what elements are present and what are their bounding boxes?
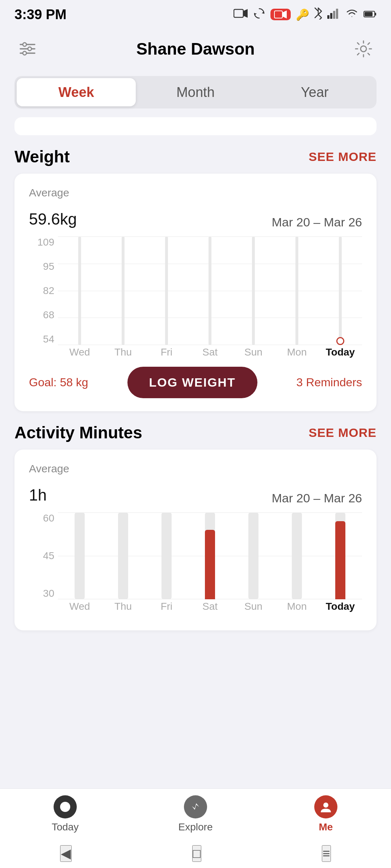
y-label-3: 68 bbox=[43, 309, 54, 321]
page-title: Shane Dawson bbox=[136, 39, 255, 59]
activity-y-axis: 60 45 30 bbox=[29, 512, 58, 599]
bar-track-thu bbox=[122, 237, 125, 345]
status-icons: 🔑 bbox=[234, 7, 377, 22]
activity-chart: 60 45 30 bbox=[29, 512, 362, 614]
x-label-sun: Sun bbox=[232, 346, 275, 358]
bar-col-fri bbox=[145, 237, 188, 345]
activity-avg-row: Average 1h Mar 20 – Mar 26 bbox=[29, 463, 362, 505]
svg-rect-7 bbox=[330, 13, 332, 19]
bar-track-sun bbox=[252, 237, 255, 345]
nav-explore-label: Explore bbox=[178, 821, 213, 833]
filter-icon bbox=[18, 39, 37, 58]
bluetooth-icon bbox=[314, 7, 322, 22]
act-track-wed bbox=[75, 512, 85, 599]
activity-x-labels: Wed Thu Fri Sat Sun Mon Today bbox=[58, 599, 362, 614]
activity-see-more[interactable]: SEE MORE bbox=[309, 426, 377, 440]
filter-button[interactable] bbox=[14, 36, 41, 62]
svg-rect-4 bbox=[274, 11, 282, 18]
act-y-label-1: 45 bbox=[43, 550, 54, 562]
act-fill-sat bbox=[205, 530, 215, 599]
activity-avg-block: Average 1h bbox=[29, 463, 69, 505]
key-icon: 🔑 bbox=[296, 8, 309, 21]
weight-see-more[interactable]: SEE MORE bbox=[309, 150, 377, 164]
weight-date-range: Mar 20 – Mar 26 bbox=[272, 215, 362, 229]
weight-avg-unit: kg bbox=[60, 210, 77, 228]
weight-chart-bars bbox=[58, 237, 362, 345]
x-label-mon: Mon bbox=[275, 346, 319, 358]
activity-avg-label: Average bbox=[29, 463, 69, 475]
svg-rect-6 bbox=[327, 15, 329, 19]
bar-col-wed bbox=[58, 237, 101, 345]
svg-point-17 bbox=[28, 47, 31, 51]
act-bar-fri bbox=[145, 512, 188, 599]
act-x-wed: Wed bbox=[58, 601, 101, 612]
log-weight-button[interactable]: LOG WEIGHT bbox=[127, 367, 257, 398]
nav-explore[interactable]: Explore bbox=[159, 795, 232, 833]
nav-me[interactable]: Me bbox=[290, 795, 362, 833]
weight-section-header: Weight SEE MORE bbox=[14, 147, 377, 166]
tab-month[interactable]: Month bbox=[136, 78, 255, 106]
wifi-icon bbox=[345, 8, 358, 21]
weight-dot-today bbox=[336, 337, 344, 345]
status-bar: 3:39 PM 🔑 bbox=[0, 0, 391, 29]
x-label-today: Today bbox=[319, 346, 362, 358]
bar-track-sat bbox=[209, 237, 211, 345]
svg-point-19 bbox=[361, 46, 366, 52]
tab-week[interactable]: Week bbox=[17, 78, 136, 106]
x-label-fri: Fri bbox=[145, 346, 188, 358]
weight-goal: Goal: 58 kg bbox=[29, 376, 88, 389]
act-bar-thu bbox=[101, 512, 145, 599]
home-button[interactable]: □ bbox=[192, 845, 202, 862]
act-track-sun bbox=[248, 512, 258, 599]
x-label-sat: Sat bbox=[188, 346, 232, 358]
back-button[interactable]: ◀ bbox=[60, 845, 72, 862]
act-bar-today bbox=[319, 512, 362, 599]
x-label-wed: Wed bbox=[58, 346, 101, 358]
svg-point-18 bbox=[23, 51, 26, 55]
video-icon bbox=[234, 8, 248, 21]
svg-rect-0 bbox=[234, 9, 243, 17]
status-time: 3:39 PM bbox=[14, 7, 67, 22]
svg-marker-21 bbox=[192, 803, 199, 810]
me-icon bbox=[314, 795, 337, 818]
system-nav: ◀ □ ≡ bbox=[0, 839, 391, 868]
weight-reminders[interactable]: 3 Reminders bbox=[297, 376, 362, 389]
weight-chart: 109 95 82 68 54 bbox=[29, 237, 362, 359]
bar-track-today bbox=[339, 237, 342, 345]
act-y-label-2: 30 bbox=[43, 588, 54, 599]
y-label-2: 82 bbox=[43, 285, 54, 297]
weight-avg-number: 59.6 bbox=[29, 210, 60, 228]
activity-card: Average 1h Mar 20 – Mar 26 60 45 30 bbox=[14, 450, 377, 630]
act-x-mon: Mon bbox=[275, 601, 319, 612]
act-bar-wed bbox=[58, 512, 101, 599]
bottom-nav: Today Explore Me bbox=[0, 788, 391, 839]
menu-button[interactable]: ≡ bbox=[322, 845, 331, 862]
nav-today-label: Today bbox=[52, 821, 79, 833]
bar-col-sat bbox=[188, 237, 232, 345]
weight-avg-row: Average 59.6kg Mar 20 – Mar 26 bbox=[29, 187, 362, 229]
act-track-sat bbox=[205, 512, 215, 599]
act-bar-mon bbox=[275, 512, 319, 599]
tab-year[interactable]: Year bbox=[255, 78, 374, 106]
act-fill-today bbox=[335, 521, 345, 599]
nav-me-label: Me bbox=[319, 821, 333, 833]
weight-avg-value: 59.6kg bbox=[29, 200, 77, 229]
bar-col-today bbox=[319, 237, 362, 345]
weight-title: Weight bbox=[14, 147, 70, 166]
y-label-4: 54 bbox=[43, 333, 54, 345]
bar-col-mon bbox=[275, 237, 319, 345]
svg-rect-8 bbox=[333, 11, 335, 19]
activity-chart-bars bbox=[58, 512, 362, 599]
svg-marker-5 bbox=[283, 10, 287, 18]
activity-date-range: Mar 20 – Mar 26 bbox=[272, 491, 362, 505]
nav-today[interactable]: Today bbox=[29, 795, 101, 833]
act-bar-sat bbox=[188, 512, 232, 599]
settings-button[interactable] bbox=[350, 36, 377, 62]
x-label-thu: Thu bbox=[101, 346, 145, 358]
activity-section-header: Activity Minutes SEE MORE bbox=[14, 423, 377, 442]
y-label-1: 95 bbox=[43, 261, 54, 272]
weight-card: Average 59.6kg Mar 20 – Mar 26 109 95 82… bbox=[14, 174, 377, 411]
activity-avg-number: 1h bbox=[29, 486, 47, 504]
spacer-card bbox=[14, 117, 377, 135]
svg-rect-9 bbox=[336, 9, 338, 19]
